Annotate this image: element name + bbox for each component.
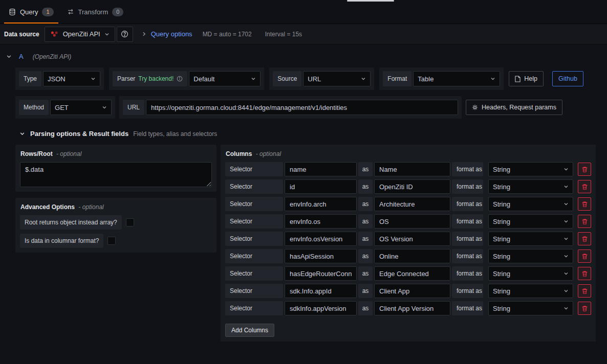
format-as-label: format as <box>452 284 483 298</box>
delete-column-button[interactable] <box>578 284 591 298</box>
format-label: Format <box>383 71 411 86</box>
help-button[interactable]: Help <box>509 71 544 86</box>
selector-input[interactable] <box>285 232 357 246</box>
selector-label: Selector <box>225 179 283 194</box>
collapse-section-icon[interactable] <box>19 131 25 136</box>
root-object-checkbox[interactable] <box>126 218 134 226</box>
column-row: Selector as format as String <box>225 197 591 211</box>
delete-column-button[interactable] <box>578 163 591 176</box>
rows-root-header: Rows/Root - optional <box>20 150 212 157</box>
delete-column-button[interactable] <box>578 267 591 280</box>
max-data-points-text: MD = auto = 1702 <box>203 31 252 38</box>
delete-column-button[interactable] <box>578 197 591 211</box>
column-format-select[interactable]: String <box>488 162 573 176</box>
parser-label: Parser Try backend! <box>113 71 187 86</box>
delete-column-button[interactable] <box>578 302 591 315</box>
query-options-link[interactable]: Query options <box>151 30 192 38</box>
headers-request-params-button[interactable]: Headers, Request params <box>466 100 562 115</box>
columns-header: Columns - optional <box>226 150 591 157</box>
type-label: Type <box>19 71 41 86</box>
optional-suffix: - optional <box>78 203 103 211</box>
selector-label: Selector <box>225 284 283 298</box>
query-count-badge: 1 <box>42 8 53 16</box>
columns-label: Columns <box>226 150 252 157</box>
selector-input[interactable] <box>285 284 357 298</box>
column-format-select[interactable]: String <box>488 214 573 229</box>
column-format-select[interactable]: String <box>488 301 573 315</box>
chevron-down-icon <box>102 105 107 110</box>
delete-column-button[interactable] <box>578 180 591 193</box>
source-select[interactable]: URL <box>303 71 371 86</box>
editor-help-buttons: Help Github <box>509 71 583 86</box>
as-label: as <box>358 232 373 246</box>
github-button[interactable]: Github <box>552 71 583 86</box>
try-backend-hint: Try backend! <box>138 75 174 82</box>
as-label: as <box>358 162 373 176</box>
chevron-down-icon <box>563 201 569 207</box>
selector-label: Selector <box>225 266 283 281</box>
selector-label: Selector <box>225 197 283 211</box>
alias-input[interactable] <box>374 284 450 298</box>
rows-root-textarea[interactable]: $.data <box>20 162 212 187</box>
collapse-query-icon[interactable] <box>6 54 12 59</box>
columnar-checkbox[interactable] <box>107 237 116 245</box>
format-as-label: format as <box>452 179 483 194</box>
selector-input[interactable] <box>285 266 357 281</box>
parsing-section-header: Parsing options & Result fields Field ty… <box>15 130 596 138</box>
column-format-select[interactable]: String <box>488 197 573 211</box>
delete-column-button[interactable] <box>578 232 591 245</box>
datasource-picker[interactable]: OpenZiti API <box>45 27 115 42</box>
selector-input[interactable] <box>285 249 357 263</box>
chevron-down-icon <box>563 254 569 259</box>
alias-input[interactable] <box>374 249 450 263</box>
alias-input[interactable] <box>374 162 450 176</box>
query-datasource-hint: (OpenZiti API) <box>33 53 72 60</box>
method-select[interactable]: GET <box>50 100 112 115</box>
tab-transform[interactable]: Transform 0 <box>60 0 131 24</box>
selector-input[interactable] <box>285 214 357 229</box>
add-columns-button[interactable]: Add Columns <box>225 324 274 337</box>
format-as-label: format as <box>452 266 483 281</box>
column-format-select[interactable]: String <box>488 284 573 298</box>
query-ref-id[interactable]: A <box>19 53 24 60</box>
column-format-value: String <box>493 218 510 225</box>
format-select[interactable]: Table <box>413 71 500 86</box>
as-label: as <box>358 249 373 263</box>
column-row: Selector as format as String <box>225 214 591 229</box>
source-value: URL <box>308 75 321 83</box>
trash-icon <box>581 218 588 225</box>
tab-query[interactable]: Query 1 <box>2 0 60 24</box>
chevron-down-icon <box>251 76 256 81</box>
alias-input[interactable] <box>374 214 450 229</box>
selector-label: Selector <box>225 232 283 246</box>
selector-input[interactable] <box>285 162 357 176</box>
parser-select[interactable]: Default <box>189 71 261 86</box>
alias-input[interactable] <box>374 266 450 281</box>
column-row: Selector as format as String <box>225 232 591 246</box>
type-select[interactable]: JSON <box>43 71 100 86</box>
column-format-select[interactable]: String <box>488 249 573 263</box>
url-input[interactable] <box>146 100 458 115</box>
editor-row-2: Method GET URL Headers, Request params <box>15 96 596 119</box>
format-as-label: format as <box>452 232 483 246</box>
alias-input[interactable] <box>374 301 450 315</box>
column-format-select[interactable]: String <box>488 179 573 194</box>
column-row: Selector as format as String <box>225 301 591 315</box>
selector-input[interactable] <box>285 301 357 315</box>
trash-icon <box>581 184 588 190</box>
datasource-help-button[interactable] <box>117 27 133 42</box>
selector-label: Selector <box>225 162 283 176</box>
alias-input[interactable] <box>374 197 450 211</box>
selector-input[interactable] <box>285 197 357 211</box>
alias-input[interactable] <box>374 179 450 194</box>
column-format-select[interactable]: String <box>488 232 573 246</box>
delete-column-button[interactable] <box>578 249 591 263</box>
delete-column-button[interactable] <box>578 215 591 228</box>
format-as-label: format as <box>452 197 483 211</box>
optional-suffix: - optional <box>256 150 281 157</box>
chevron-down-icon <box>563 288 569 293</box>
selector-input[interactable] <box>285 179 357 194</box>
alias-input[interactable] <box>374 232 450 246</box>
parsing-left-column: Rows/Root - optional $.data Advanced Opt… <box>15 145 216 253</box>
column-format-select[interactable]: String <box>488 266 573 281</box>
